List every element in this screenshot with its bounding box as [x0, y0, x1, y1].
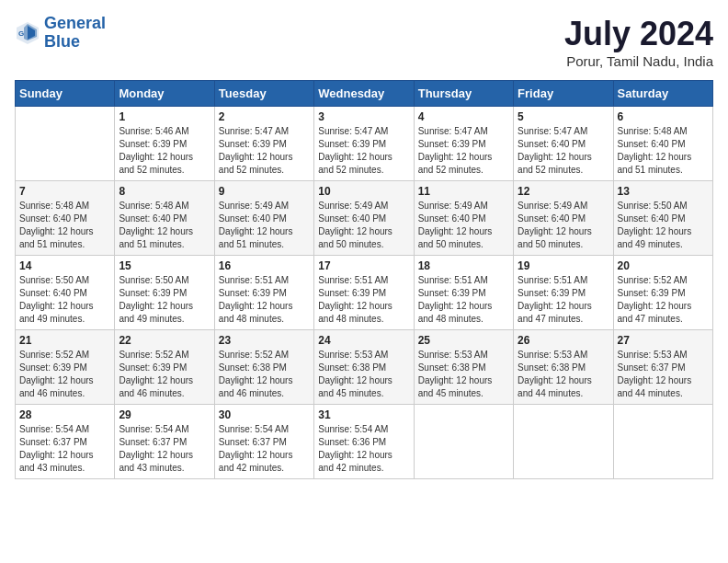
calendar-cell: 11Sunrise: 5:49 AM Sunset: 6:40 PM Dayli… [414, 181, 513, 256]
logo-general: General [44, 14, 106, 32]
day-number: 28 [19, 408, 110, 421]
day-detail: Sunrise: 5:47 AM Sunset: 6:40 PM Dayligh… [518, 126, 592, 175]
day-detail: Sunrise: 5:52 AM Sunset: 6:39 PM Dayligh… [119, 350, 193, 398]
day-detail: Sunrise: 5:49 AM Sunset: 6:40 PM Dayligh… [219, 201, 293, 249]
day-number: 20 [618, 259, 709, 272]
calendar-cell: 8Sunrise: 5:48 AM Sunset: 6:40 PM Daylig… [115, 181, 214, 256]
day-detail: Sunrise: 5:50 AM Sunset: 6:40 PM Dayligh… [19, 275, 94, 324]
day-number: 27 [618, 334, 709, 347]
day-detail: Sunrise: 5:46 AM Sunset: 6:39 PM Dayligh… [119, 126, 193, 175]
day-number: 23 [219, 334, 310, 347]
day-number: 25 [418, 334, 509, 347]
calendar-cell: 22Sunrise: 5:52 AM Sunset: 6:39 PM Dayli… [115, 330, 214, 405]
column-headers: SundayMondayTuesdayWednesdayThursdayFrid… [16, 81, 713, 107]
day-detail: Sunrise: 5:54 AM Sunset: 6:36 PM Dayligh… [318, 424, 392, 473]
day-number: 2 [219, 110, 310, 123]
calendar-cell: 2Sunrise: 5:47 AM Sunset: 6:39 PM Daylig… [214, 107, 313, 181]
week-row-5: 28Sunrise: 5:54 AM Sunset: 6:37 PM Dayli… [16, 405, 713, 479]
calendar-cell: 26Sunrise: 5:53 AM Sunset: 6:38 PM Dayli… [514, 330, 613, 405]
day-detail: Sunrise: 5:49 AM Sunset: 6:40 PM Dayligh… [418, 201, 493, 249]
day-number: 31 [318, 408, 409, 421]
calendar-cell [514, 405, 613, 479]
day-detail: Sunrise: 5:54 AM Sunset: 6:37 PM Dayligh… [119, 424, 193, 473]
calendar-cell: 4Sunrise: 5:47 AM Sunset: 6:39 PM Daylig… [414, 107, 513, 181]
day-number: 18 [418, 259, 509, 272]
logo-icon: G [15, 20, 40, 46]
day-number: 19 [518, 259, 609, 272]
day-number: 21 [19, 334, 110, 347]
day-detail: Sunrise: 5:51 AM Sunset: 6:39 PM Dayligh… [219, 275, 293, 324]
day-number: 29 [119, 408, 210, 421]
week-row-1: 1Sunrise: 5:46 AM Sunset: 6:39 PM Daylig… [16, 107, 713, 181]
calendar-table: SundayMondayTuesdayWednesdayThursdayFrid… [15, 80, 713, 479]
day-number: 30 [219, 408, 310, 421]
column-header-friday: Friday [514, 81, 613, 107]
day-number: 13 [618, 185, 709, 198]
day-detail: Sunrise: 5:53 AM Sunset: 6:38 PM Dayligh… [318, 350, 392, 398]
day-number: 26 [518, 334, 609, 347]
calendar-cell: 1Sunrise: 5:46 AM Sunset: 6:39 PM Daylig… [115, 107, 214, 181]
day-number: 4 [418, 110, 509, 123]
day-number: 14 [19, 259, 110, 272]
calendar-cell: 27Sunrise: 5:53 AM Sunset: 6:37 PM Dayli… [613, 330, 712, 405]
calendar-cell: 12Sunrise: 5:49 AM Sunset: 6:40 PM Dayli… [514, 181, 613, 256]
day-detail: Sunrise: 5:51 AM Sunset: 6:39 PM Dayligh… [318, 275, 392, 324]
day-number: 11 [418, 185, 509, 198]
logo-blue: Blue [44, 32, 80, 51]
column-header-sunday: Sunday [16, 81, 115, 107]
calendar-cell: 7Sunrise: 5:48 AM Sunset: 6:40 PM Daylig… [16, 181, 115, 256]
column-header-tuesday: Tuesday [214, 81, 313, 107]
day-number: 7 [19, 185, 110, 198]
day-detail: Sunrise: 5:51 AM Sunset: 6:39 PM Dayligh… [518, 275, 592, 324]
calendar-cell: 15Sunrise: 5:50 AM Sunset: 6:39 PM Dayli… [115, 256, 214, 330]
column-header-wednesday: Wednesday [314, 81, 414, 107]
calendar-cell: 6Sunrise: 5:48 AM Sunset: 6:40 PM Daylig… [613, 107, 712, 181]
calendar-cell: 9Sunrise: 5:49 AM Sunset: 6:40 PM Daylig… [214, 181, 313, 256]
day-number: 1 [119, 110, 210, 123]
page-title: July 2024 [564, 15, 713, 53]
day-detail: Sunrise: 5:51 AM Sunset: 6:39 PM Dayligh… [418, 275, 493, 324]
day-detail: Sunrise: 5:53 AM Sunset: 6:38 PM Dayligh… [518, 350, 592, 398]
week-row-2: 7Sunrise: 5:48 AM Sunset: 6:40 PM Daylig… [16, 181, 713, 256]
calendar-cell: 24Sunrise: 5:53 AM Sunset: 6:38 PM Dayli… [314, 330, 414, 405]
calendar-cell: 14Sunrise: 5:50 AM Sunset: 6:40 PM Dayli… [16, 256, 115, 330]
calendar-cell: 13Sunrise: 5:50 AM Sunset: 6:40 PM Dayli… [613, 181, 712, 256]
day-number: 8 [119, 185, 210, 198]
svg-text:G: G [18, 29, 24, 38]
day-number: 16 [219, 259, 310, 272]
calendar-cell [613, 405, 712, 479]
column-header-monday: Monday [115, 81, 214, 107]
day-number: 24 [318, 334, 409, 347]
calendar-cell: 3Sunrise: 5:47 AM Sunset: 6:39 PM Daylig… [314, 107, 414, 181]
column-header-thursday: Thursday [414, 81, 513, 107]
day-detail: Sunrise: 5:52 AM Sunset: 6:38 PM Dayligh… [219, 350, 293, 398]
day-number: 10 [318, 185, 409, 198]
day-detail: Sunrise: 5:49 AM Sunset: 6:40 PM Dayligh… [318, 201, 392, 249]
column-header-saturday: Saturday [613, 81, 712, 107]
calendar-cell: 23Sunrise: 5:52 AM Sunset: 6:38 PM Dayli… [214, 330, 313, 405]
title-block: July 2024 Porur, Tamil Nadu, India [564, 15, 713, 69]
calendar-cell: 30Sunrise: 5:54 AM Sunset: 6:37 PM Dayli… [214, 405, 313, 479]
calendar-cell: 29Sunrise: 5:54 AM Sunset: 6:37 PM Dayli… [115, 405, 214, 479]
day-number: 17 [318, 259, 409, 272]
day-detail: Sunrise: 5:47 AM Sunset: 6:39 PM Dayligh… [318, 126, 392, 175]
calendar-cell: 18Sunrise: 5:51 AM Sunset: 6:39 PM Dayli… [414, 256, 513, 330]
day-detail: Sunrise: 5:47 AM Sunset: 6:39 PM Dayligh… [219, 126, 293, 175]
calendar-cell: 31Sunrise: 5:54 AM Sunset: 6:36 PM Dayli… [314, 405, 414, 479]
calendar-cell: 20Sunrise: 5:52 AM Sunset: 6:39 PM Dayli… [613, 256, 712, 330]
calendar-cell: 21Sunrise: 5:52 AM Sunset: 6:39 PM Dayli… [16, 330, 115, 405]
day-detail: Sunrise: 5:48 AM Sunset: 6:40 PM Dayligh… [19, 201, 94, 249]
day-detail: Sunrise: 5:49 AM Sunset: 6:40 PM Dayligh… [518, 201, 592, 249]
calendar-cell: 16Sunrise: 5:51 AM Sunset: 6:39 PM Dayli… [214, 256, 313, 330]
day-detail: Sunrise: 5:52 AM Sunset: 6:39 PM Dayligh… [618, 275, 692, 324]
calendar-cell [414, 405, 513, 479]
day-detail: Sunrise: 5:50 AM Sunset: 6:40 PM Dayligh… [618, 201, 692, 249]
calendar-cell: 25Sunrise: 5:53 AM Sunset: 6:38 PM Dayli… [414, 330, 513, 405]
week-row-3: 14Sunrise: 5:50 AM Sunset: 6:40 PM Dayli… [16, 256, 713, 330]
calendar-cell: 28Sunrise: 5:54 AM Sunset: 6:37 PM Dayli… [16, 405, 115, 479]
calendar-cell: 19Sunrise: 5:51 AM Sunset: 6:39 PM Dayli… [514, 256, 613, 330]
day-detail: Sunrise: 5:53 AM Sunset: 6:38 PM Dayligh… [418, 350, 493, 398]
day-detail: Sunrise: 5:50 AM Sunset: 6:39 PM Dayligh… [119, 275, 193, 324]
page-header: G General Blue July 2024 Porur, Tamil Na… [15, 15, 713, 69]
day-number: 12 [518, 185, 609, 198]
